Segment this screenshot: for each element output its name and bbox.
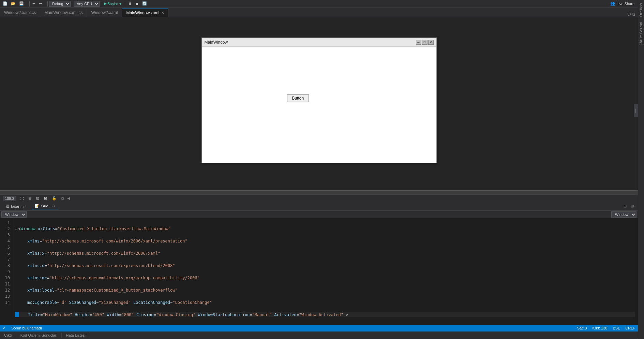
stop-btn[interactable]: ⏹ [134, 1, 140, 6]
preview-window-controls: ─ □ ✕ [416, 40, 434, 45]
xaml-tab-btn[interactable]: 📝 XAML ⬡ [32, 203, 58, 209]
bottom-tabs-row: Çıktı Kod Öizlemi Sonuçları Hata Listesi [0, 331, 638, 339]
open-btn[interactable]: 📂 [10, 1, 17, 6]
design-tab-btn[interactable]: 🖼 Tasarım ↕ [3, 204, 29, 209]
sidebar-ozellikler[interactable]: Özellikler [639, 1, 643, 18]
code-line-7: mc:Ignorable="d" SizeChanged="SizeChange… [15, 299, 635, 306]
zoom-grid-btn[interactable]: ⊞ [27, 196, 33, 201]
code-line-1: ⊟<Window x:Class="Customized_X_button_st… [15, 226, 635, 232]
tab-mainwindow-cs[interactable]: MainWindow.xaml.cs [40, 9, 87, 17]
designer-preview: MainWindow ─ □ ✕ Button [201, 38, 437, 174]
file-tools: 📄 📂 💾 [1, 1, 25, 6]
bottom-tab-output[interactable]: Çıktı [0, 333, 16, 338]
element-right-dropdown[interactable]: Window [611, 211, 636, 218]
right-sidebar: Özellikler Çözüm Gezgini [638, 0, 644, 339]
line-numbers: 1 2 3 4 5 6 7 8 9 10 11 12 13 14 [0, 218, 12, 317]
status-encoding: BSL [613, 326, 620, 330]
status-right: Sat: 8 Krkt: 138 BSL CRLF [577, 326, 635, 330]
xaml-right-icons: ⊟ ⊞ [622, 204, 635, 209]
live-share-button[interactable]: 👥 Live Share [608, 1, 636, 6]
preview-window-chrome: MainWindow ─ □ ✕ Button [201, 38, 437, 163]
restart-btn[interactable]: 🔄 [141, 1, 148, 6]
sep1 [29, 1, 30, 6]
zoom-expand-btn[interactable]: ⛶ [18, 196, 25, 201]
debug-dropdown[interactable]: Debug [49, 1, 71, 7]
bottom-tab-code[interactable]: Kod Öizlemi Sonuçları [16, 333, 62, 338]
code-content: ⊟<Window x:Class="Customized_X_button_st… [12, 218, 638, 317]
element-left-dropdown[interactable]: Window [1, 211, 27, 218]
code-line-4: xmlns:d="http://schemas.microsoft.com/ex… [15, 263, 635, 269]
code-line-5: xmlns:mc="http://schemas.openxmlformats.… [15, 275, 635, 281]
tab-mainwindow-xaml[interactable]: MainWindow.xaml ✕ [122, 9, 168, 17]
resize-handle-right[interactable]: │ [634, 104, 638, 117]
zoom-ruler-btn[interactable]: ⧈ [60, 196, 65, 201]
tab-window2-cs[interactable]: Window2.xaml.cs [0, 9, 40, 17]
zoom-bar: ⛶ ⊞ ⊡ ⊠ 🔒 ⧈ ◀ [0, 194, 638, 202]
preview-maximize-btn[interactable]: □ [422, 40, 428, 45]
editor-tabs: Window2.xaml.cs MainWindow.xaml.cs Windo… [0, 8, 638, 17]
code-lines-container: 1 2 3 4 5 6 7 8 9 10 11 12 13 14 ⊟<Windo… [0, 218, 638, 317]
zoom-lock-btn[interactable]: 🔒 [50, 196, 58, 201]
split-icon[interactable]: ⧉ [632, 12, 635, 17]
tabs-right-icons: ⬡ ⧉ [625, 12, 638, 17]
split-h-btn[interactable]: ⊟ [622, 204, 628, 209]
zoom-arrow[interactable]: ◀ [67, 196, 70, 201]
cpu-dropdown[interactable]: Any CPU [74, 1, 100, 7]
element-selector-bar: Window Window [0, 211, 638, 218]
preview-window-body: Button [202, 47, 436, 163]
scrollbar-horizontal[interactable] [0, 190, 638, 194]
preview-close-btn[interactable]: ✕ [428, 40, 434, 45]
status-line-ending: CRLF [625, 326, 635, 330]
zoom-fit-btn[interactable]: ⊡ [35, 196, 41, 201]
new-file-btn[interactable]: 📄 [1, 1, 9, 6]
status-row: Sat: 8 [577, 326, 587, 330]
status-error-icon: ✓ [3, 326, 6, 330]
tab-close-icon[interactable]: ✕ [161, 11, 164, 15]
save-btn[interactable]: 💾 [18, 1, 25, 6]
preview-titlebar: MainWindow ─ □ ✕ [202, 38, 436, 47]
redo-btn[interactable]: ↪ [38, 1, 43, 6]
sep4 [101, 1, 101, 6]
active-line-indicator [15, 312, 19, 317]
code-line-6: xmlns:local="clr-namespace:Customized_X_… [15, 287, 635, 293]
zoom-snap-btn[interactable]: ⊠ [43, 196, 48, 201]
preview-minimize-btn[interactable]: ─ [416, 40, 421, 45]
code-line-8: Title="MainWindow" Height="450" Width="8… [15, 312, 635, 317]
sep5 [125, 1, 125, 6]
status-col: Krkt: 138 [592, 326, 607, 330]
zoom-input[interactable] [3, 196, 16, 201]
preview-title: MainWindow [205, 40, 416, 45]
sidebar-gezgin[interactable]: Çözüm Gezgini [639, 21, 643, 47]
code-line-2: xmlns="http://schemas.microsoft.com/winf… [15, 238, 635, 244]
debug-tools: ⏸ ⏹ 🔄 [126, 1, 148, 6]
start-button[interactable]: ▶ Başlat ▼ [103, 1, 123, 6]
preview-button[interactable]: Button [287, 94, 309, 102]
pause-btn[interactable]: ⏸ [126, 1, 133, 6]
top-toolbar: 📄 📂 💾 ↩ ↪ Debug Any CPU ▶ Başlat ▼ ⏸ ⏹ 🔄… [0, 0, 638, 8]
sep3 [72, 1, 72, 6]
expand-icon[interactable]: ⬡ [627, 12, 631, 17]
design-surface: MainWindow ─ □ ✕ Button │ [0, 17, 638, 190]
status-error-text: Sorun bulunamadı [11, 326, 42, 330]
code-line-3: xmlns:x="http://schemas.microsoft.com/wi… [15, 250, 635, 256]
tab-window2-xaml[interactable]: Window2.xaml [87, 9, 122, 17]
code-editor[interactable]: 1 2 3 4 5 6 7 8 9 10 11 12 13 14 ⊟<Windo… [0, 218, 638, 325]
edit-tools: ↩ ↪ [31, 1, 43, 6]
split-v-btn[interactable]: ⊞ [629, 204, 635, 209]
undo-btn[interactable]: ↩ [31, 1, 37, 6]
status-bar: ✓ Sorun bulunamadı Sat: 8 Krkt: 138 BSL … [0, 325, 638, 331]
designer-xaml-bar: 🖼 Tasarım ↕ 📝 XAML ⬡ ⊟ ⊞ [0, 202, 638, 211]
bottom-tab-errors[interactable]: Hata Listesi [62, 333, 90, 338]
sep2 [47, 1, 48, 6]
expand-1[interactable]: ⊟ [15, 226, 17, 232]
